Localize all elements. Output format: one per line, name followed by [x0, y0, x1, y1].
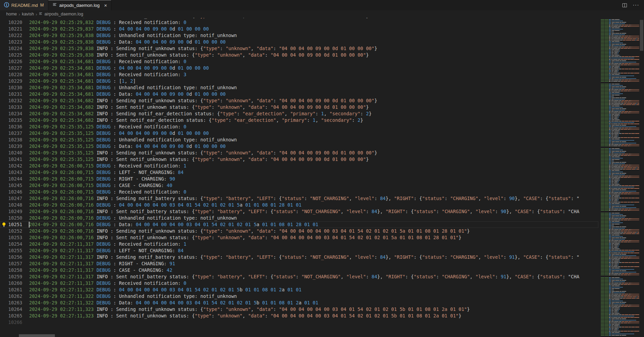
log-file-icon — [39, 12, 43, 16]
line-content: 2024-09-29 02:27:11,317 DEBUG : CASE - C… — [22, 267, 172, 274]
log-line[interactable]: 102362024-09-29 02:25:35,125 DEBUG : Rec… — [0, 124, 598, 130]
log-line[interactable]: 102272024-09-29 02:25:34,681 DEBUG : 04 … — [0, 65, 598, 71]
line-number: 10265 — [0, 313, 22, 319]
log-line[interactable]: 102502024-09-29 02:26:00,716 DEBUG : Unh… — [0, 215, 598, 221]
line-content: 2024-09-29 02:27:11,323 INFO : Sending n… — [22, 306, 470, 313]
log-line[interactable]: 102202024-09-29 02:25:29,832 DEBUG : Rec… — [0, 19, 598, 26]
line-number: 10247 — [0, 195, 22, 202]
line-content: 2024-09-29 02:25:34,681 DEBUG : Unhandle… — [22, 84, 237, 91]
log-line[interactable]: 102222024-09-29 02:25:29,838 DEBUG : Unh… — [0, 32, 598, 39]
log-line[interactable]: 102322024-09-29 02:25:34,682 INFO : Send… — [0, 97, 598, 104]
line-content: 2024-09-29 02:26:00,715 DEBUG : CASE - C… — [22, 182, 172, 189]
code-viewport[interactable]: 2024-09-29 02:25:29,832 INFO : Sent noti… — [0, 18, 598, 337]
line-content: 2024-09-29 02:26:00,716 INFO : Sending n… — [22, 228, 470, 234]
editor-tab-bar: ⓘ README.md M airpods_daemon.log × ··· — [0, 0, 644, 10]
log-line[interactable]: 102522024-09-29 02:26:00,716 INFO : Send… — [0, 228, 598, 234]
tab-log-label: airpods_daemon.log — [59, 3, 100, 8]
log-line[interactable]: 102582024-09-29 02:27:11,317 DEBUG : CAS… — [0, 267, 598, 274]
editor-actions: ··· — [617, 0, 644, 10]
log-line[interactable]: 102392024-09-29 02:25:35,125 DEBUG : Dat… — [0, 143, 598, 150]
log-line[interactable]: 102232024-09-29 02:25:29,838 DEBUG : Dat… — [0, 39, 598, 45]
log-line[interactable]: 102442024-09-29 02:26:00,715 DEBUG : RIG… — [0, 176, 598, 182]
more-actions-icon[interactable]: ··· — [633, 2, 639, 8]
log-line[interactable]: 102492024-09-29 02:26:00,716 INFO : Sent… — [0, 208, 598, 215]
log-line[interactable]: 102312024-09-29 02:25:34,681 DEBUG : Dat… — [0, 91, 598, 97]
log-line[interactable]: 102352024-09-29 02:25:34,682 INFO : Sent… — [0, 117, 598, 124]
tab-readme-label: README.md — [11, 3, 38, 8]
log-line[interactable]: 102532024-09-29 02:26:00,716 INFO : Sent… — [0, 234, 598, 241]
line-content: 2024-09-29 02:27:11,317 INFO : Sending n… — [22, 254, 579, 260]
log-line[interactable]: 102262024-09-29 02:25:34,681 DEBUG : Rec… — [0, 58, 598, 65]
line-content: 2024-09-29 02:26:00,715 DEBUG : RIGHT - … — [22, 176, 175, 182]
log-line[interactable]: 102372024-09-29 02:25:35,125 DEBUG : 04 … — [0, 130, 598, 137]
log-line[interactable]: 102422024-09-29 02:26:00,715 DEBUG : Rec… — [0, 163, 598, 169]
lightbulb-icon[interactable] — [1, 222, 7, 228]
log-line[interactable]: 102382024-09-29 02:25:35,125 DEBUG : Unh… — [0, 137, 598, 143]
line-number: 10223 — [0, 39, 22, 45]
breadcrumb-item-airpods_daemon.log[interactable]: airpods_daemon.log — [44, 12, 83, 16]
log-line[interactable]: 102592024-09-29 02:27:11,317 INFO : Sent… — [0, 274, 598, 280]
log-line[interactable]: 102292024-09-29 02:25:34,681 DEBUG : [1,… — [0, 78, 598, 84]
line-number: 10236 — [0, 124, 22, 130]
breadcrumb-item-home[interactable]: home — [6, 12, 17, 16]
log-line[interactable]: 102252024-09-29 02:25:29,838 INFO : Sent… — [0, 52, 598, 58]
line-content — [22, 319, 29, 326]
log-line[interactable]: 102432024-09-29 02:26:00,715 DEBUG : LEF… — [0, 169, 598, 176]
line-content: 2024-09-29 02:25:29,837 DEBUG : 04 00 04… — [22, 26, 209, 32]
line-content: 2024-09-29 02:25:35,125 INFO : Sending n… — [22, 150, 377, 156]
log-line[interactable]: 102612024-09-29 02:27:11,322 DEBUG : 04 … — [0, 287, 598, 293]
line-content: 2024-09-29 02:25:29,832 DEBUG : Received… — [22, 19, 186, 26]
log-line[interactable]: 102562024-09-29 02:27:11,317 INFO : Send… — [0, 254, 598, 260]
log-line[interactable]: 102332024-09-29 02:25:34,682 INFO : Sent… — [0, 104, 598, 111]
line-content: 2024-09-29 02:25:29,838 DEBUG : Data: 04… — [22, 39, 226, 45]
vertical-scrollbar-thumb[interactable] — [640, 20, 643, 51]
log-line[interactable]: 102552024-09-29 02:27:11,317 DEBUG : LEF… — [0, 247, 598, 254]
line-content: 2024-09-29 02:27:11,322 DEBUG : 04 00 04… — [22, 287, 301, 293]
breadcrumb-separator: › — [19, 12, 20, 17]
tab-airpods-daemon-log[interactable]: airpods_daemon.log × — [48, 0, 112, 10]
line-content: 2024-09-29 02:25:34,682 INFO : Sent noti… — [22, 104, 369, 111]
log-line[interactable]: 102342024-09-29 02:25:34,682 INFO : Send… — [0, 111, 598, 117]
horizontal-scrollbar-thumb[interactable] — [19, 334, 55, 337]
breadcrumb-item-kavish[interactable]: kavish — [22, 12, 34, 16]
log-line[interactable]: 102622024-09-29 02:27:11,322 DEBUG : Unh… — [0, 293, 598, 300]
log-line[interactable]: 102462024-09-29 02:26:00,715 DEBUG : Rec… — [0, 189, 598, 195]
split-editor-icon[interactable] — [622, 3, 627, 8]
line-number: 10240 — [0, 150, 22, 156]
log-line[interactable]: 102242024-09-29 02:25:29,838 INFO : Send… — [0, 45, 598, 52]
tab-readme[interactable]: ⓘ README.md M — [0, 0, 48, 10]
log-line[interactable]: 102212024-09-29 02:25:29,837 DEBUG : 04 … — [0, 26, 598, 32]
line-content: 2024-09-29 02:27:11,317 DEBUG : Received… — [22, 280, 186, 287]
log-line[interactable]: 10266 — [0, 319, 598, 326]
line-content: 2024-09-29 02:25:34,681 DEBUG : Received… — [22, 71, 186, 78]
line-content: 2024-09-29 02:27:11,317 DEBUG : RIGHT - … — [22, 260, 175, 267]
log-line[interactable]: 102512024-09-29 02:26:00,716 DEBUG : Dat… — [0, 221, 598, 228]
line-number: 10258 — [0, 267, 22, 274]
log-line[interactable]: 102652024-09-29 02:27:11,323 INFO : Sent… — [0, 313, 598, 319]
log-line[interactable]: 102642024-09-29 02:27:11,323 INFO : Send… — [0, 306, 598, 313]
line-number: 10253 — [0, 234, 22, 241]
line-number: 10237 — [0, 130, 22, 137]
log-line[interactable]: 102572024-09-29 02:27:11,317 DEBUG : RIG… — [0, 260, 598, 267]
log-line[interactable]: 102472024-09-29 02:26:00,716 INFO : Send… — [0, 195, 598, 202]
line-content: 2024-09-29 02:27:11,323 INFO : Sent noti… — [22, 313, 461, 319]
line-content: 2024-09-29 02:25:35,125 DEBUG : Data: 04… — [22, 143, 226, 150]
log-line[interactable]: 102282024-09-29 02:25:34,681 DEBUG : Rec… — [0, 71, 598, 78]
log-line[interactable]: 102632024-09-29 02:27:11,322 DEBUG : Dat… — [0, 300, 598, 306]
line-content: 2024-09-29 02:27:11,322 DEBUG : Data: 04… — [22, 300, 318, 306]
line-content: 2024-09-29 02:25:34,682 INFO : Sending n… — [22, 111, 372, 117]
log-line[interactable]: 102602024-09-29 02:27:11,317 DEBUG : Rec… — [0, 280, 598, 287]
line-number: 10263 — [0, 300, 22, 306]
log-line[interactable]: 102412024-09-29 02:25:35,125 INFO : Sent… — [0, 156, 598, 163]
close-tab-icon[interactable]: × — [104, 2, 107, 8]
log-line[interactable]: 102402024-09-29 02:25:35,125 INFO : Send… — [0, 150, 598, 156]
log-line[interactable]: 102542024-09-29 02:27:11,317 DEBUG : Rec… — [0, 241, 598, 247]
text-cursor — [29, 222, 29, 228]
line-number: 10255 — [0, 247, 22, 254]
minimap[interactable] — [601, 19, 639, 336]
log-line[interactable]: 102482024-09-29 02:26:00,716 DEBUG : 04 … — [0, 202, 598, 208]
line-content: 2024-09-29 02:26:00,716 DEBUG : Data: 04… — [22, 221, 318, 228]
log-line[interactable]: 102302024-09-29 02:25:34,681 DEBUG : Unh… — [0, 84, 598, 91]
line-number: 10222 — [0, 32, 22, 39]
log-line[interactable]: 102452024-09-29 02:26:00,715 DEBUG : CAS… — [0, 182, 598, 189]
